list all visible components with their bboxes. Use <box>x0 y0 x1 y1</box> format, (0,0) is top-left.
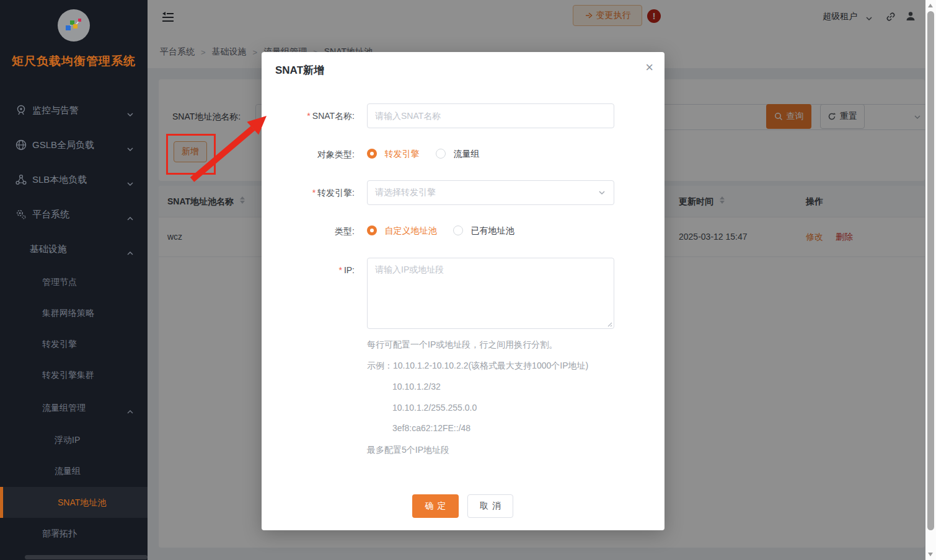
chevron-down-icon <box>126 107 134 124</box>
radio-custom-pool[interactable] <box>367 225 377 235</box>
sidebar-item-snat-pool-active[interactable]: SNAT地址池 <box>0 487 148 518</box>
chevron-down-icon <box>126 141 134 159</box>
sidebar-item-forward-engine-cluster[interactable]: 转发引擎集群 <box>42 366 94 383</box>
scrollbar-down-arrow[interactable] <box>928 553 933 556</box>
radio-forward-engine-label[interactable]: 转发引擎 <box>384 149 419 159</box>
ip-label: *IP: <box>262 265 355 275</box>
sidebar-item-label: GSLB全局负载 <box>32 139 94 150</box>
sidebar-item-label: 部署拓扑 <box>42 528 77 538</box>
sidebar-item-label: 监控与告警 <box>32 105 79 115</box>
forward-engine-select-placeholder: 请选择转发引擎 <box>375 187 436 198</box>
ip-hint-max: 最多配置5个IP地址段 <box>367 445 449 456</box>
sidebar-item-label: 集群网络策略 <box>42 308 94 318</box>
chevron-up-icon <box>126 404 134 421</box>
required-mark: * <box>338 265 342 275</box>
gear-icon <box>15 208 27 226</box>
sidebar-item-platform[interactable]: 平台系统 <box>32 206 69 223</box>
sidebar-item-label: 流量组 <box>55 466 81 476</box>
app-window: 矩尺负载均衡管理系统 监控与告警 GSLB全局负载 SLB本地负载 <box>0 0 936 560</box>
sidebar-item-traffic-group-mgmt[interactable]: 流量组管理 <box>42 399 86 416</box>
sidebar-item-traffic-group[interactable]: 流量组 <box>55 462 81 479</box>
modal-title: SNAT新增 <box>275 63 324 77</box>
forward-engine-label: *转发引擎: <box>262 188 355 199</box>
sidebar-item-label: 转发引擎集群 <box>42 370 94 380</box>
radio-custom-pool-label[interactable]: 自定义地址池 <box>384 225 436 235</box>
sidebar-item-manage-nodes[interactable]: 管理节点 <box>42 273 77 291</box>
monitor-alert-icon <box>15 104 27 122</box>
page-scrollbar <box>925 0 936 560</box>
snat-add-modal: SNAT新增 × *SNAT名称: 对象类型: 转发引擎 流量组 *转发引擎: … <box>262 52 664 530</box>
required-mark: * <box>307 111 310 121</box>
globe-icon <box>15 139 27 157</box>
sidebar-item-deploy-topology[interactable]: 部署拓扑 <box>42 525 77 542</box>
confirm-button[interactable]: 确定 <box>412 494 459 518</box>
sidebar-item-label: SLB本地负载 <box>32 174 87 185</box>
sidebar-item-label: 平台系统 <box>32 209 69 219</box>
radio-traffic-group[interactable] <box>436 149 446 159</box>
ip-hint-example: 10.10.1.2/255.255.0.0 <box>392 403 477 413</box>
sidebar-item-gslb[interactable]: GSLB全局负载 <box>32 136 94 154</box>
cluster-nodes-icon <box>15 173 27 191</box>
sidebar-item-label: 浮动IP <box>55 435 80 445</box>
sidebar-item-floating-ip[interactable]: 浮动IP <box>55 431 80 448</box>
snat-name-input[interactable] <box>367 103 614 128</box>
forward-engine-select[interactable]: 请选择转发引擎 <box>367 180 614 205</box>
sidebar: 矩尺负载均衡管理系统 监控与告警 GSLB全局负载 SLB本地负载 <box>0 0 148 560</box>
ip-hint-example: 示例：10.10.1.2-10.10.2.2(该格式最大支持1000个IP地址) <box>367 361 588 372</box>
sidebar-item-slb[interactable]: SLB本地负载 <box>32 171 87 188</box>
sidebar-item-infrastructure[interactable]: 基础设施 <box>30 240 67 258</box>
sidebar-item-label: 流量组管理 <box>42 403 86 413</box>
annotation-arrow <box>174 102 279 189</box>
chevron-up-icon <box>126 211 134 228</box>
scrollbar-thumb[interactable] <box>927 11 934 530</box>
sidebar-item-monitoring[interactable]: 监控与告警 <box>32 102 79 119</box>
resize-handle-icon[interactable] <box>606 321 612 327</box>
sidebar-horizontal-scrollbar[interactable] <box>25 555 148 559</box>
radio-existing-pool-label[interactable]: 已有地址池 <box>470 225 514 235</box>
sidebar-item-label: SNAT地址池 <box>58 494 106 511</box>
scrollbar-up-arrow[interactable] <box>928 4 933 7</box>
sidebar-item-cluster-network-policy[interactable]: 集群网络策略 <box>42 304 94 322</box>
cancel-button[interactable]: 取消 <box>467 494 513 518</box>
pool-type-label: 类型: <box>262 226 355 237</box>
sidebar-item-label: 转发引擎 <box>42 339 77 349</box>
radio-forward-engine[interactable] <box>367 149 377 159</box>
ip-textarea[interactable] <box>367 258 614 329</box>
sidebar-item-label: 基础设施 <box>30 243 67 254</box>
network-logo-icon <box>64 16 83 35</box>
chevron-down-icon <box>598 189 606 196</box>
radio-traffic-group-label[interactable]: 流量组 <box>453 149 479 159</box>
ip-hint-example: 3ef8:ca62:12FE::/48 <box>392 423 470 433</box>
app-title: 矩尺负载均衡管理系统 <box>0 53 148 69</box>
required-mark: * <box>312 188 316 198</box>
chevron-up-icon <box>126 245 134 263</box>
chevron-down-icon <box>126 176 134 193</box>
sidebar-item-label: 管理节点 <box>42 277 77 287</box>
ip-hint-line: 每行可配置一个IP或地址段，行之间用换行分割。 <box>367 339 557 351</box>
sidebar-item-forward-engine[interactable]: 转发引擎 <box>42 335 77 352</box>
app-logo <box>58 9 90 42</box>
close-icon[interactable]: × <box>645 61 653 74</box>
ip-hint-example: 10.10.1.2/32 <box>392 382 441 392</box>
radio-existing-pool[interactable] <box>453 225 463 235</box>
